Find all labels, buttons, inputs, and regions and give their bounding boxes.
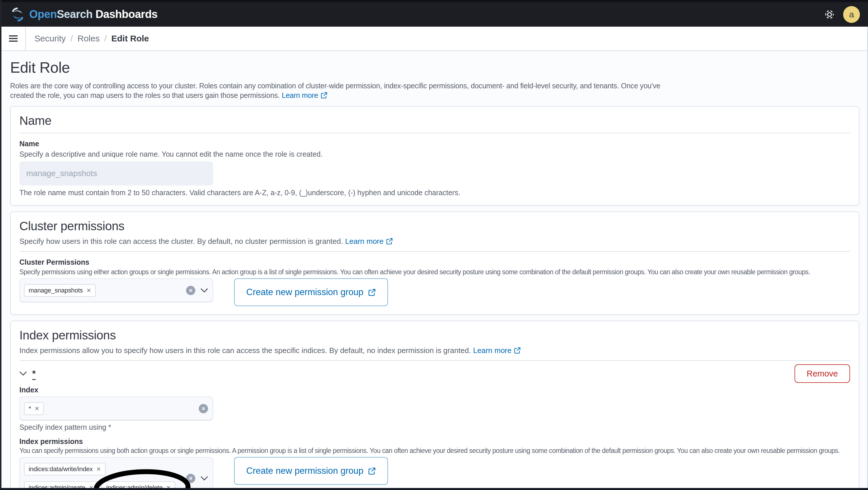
page-title: Edit Role — [10, 59, 859, 76]
app-header: OpenSearchDashboards a — [1, 0, 868, 27]
selected-index-pill: *✕ — [24, 402, 44, 415]
clear-icon: ✕ — [189, 476, 193, 481]
external-link-icon — [368, 467, 376, 475]
remove-index-permission-button[interactable]: Remove — [795, 364, 850, 383]
pill-remove-icon[interactable]: ✕ — [96, 466, 101, 472]
learn-more-link[interactable]: Learn more — [473, 346, 521, 355]
breadcrumb-item-security[interactable]: Security — [34, 34, 66, 44]
user-avatar[interactable]: a — [843, 6, 860, 23]
pill-remove-icon[interactable]: ✕ — [89, 484, 93, 488]
breadcrumb: Security / Roles / Edit Role — [26, 27, 149, 50]
pill-remove-icon[interactable]: ✕ — [86, 287, 91, 294]
index-permissions-label: Index permissions — [20, 437, 850, 446]
pill-remove-icon[interactable]: ✕ — [166, 484, 171, 488]
opensearch-logo: OpenSearchDashboards — [9, 6, 158, 23]
avatar-letter: a — [849, 9, 854, 20]
cluster-permissions-help: Specify permissions using either action … — [20, 268, 850, 276]
clear-icon: ✕ — [202, 406, 206, 411]
cluster-description-text: Specify how users in this role can acces… — [20, 237, 343, 246]
chevron-down-icon[interactable] — [200, 288, 208, 293]
breadcrumb-item-roles[interactable]: Roles — [78, 34, 100, 44]
cluster-panel-title: Cluster permissions — [20, 220, 850, 233]
create-permission-group-button[interactable]: Create new permission group — [234, 457, 388, 485]
name-field-hint: The role name must contain from 2 to 50 … — [20, 189, 850, 197]
divider — [20, 133, 850, 133]
name-field-label: Name — [20, 140, 850, 148]
index-pattern-accordion-toggle[interactable]: * — [20, 368, 36, 379]
menu-button[interactable] — [1, 27, 26, 50]
opensearch-logo-icon — [9, 6, 26, 23]
page-description-text: Roles are the core way of controlling ac… — [10, 82, 660, 99]
pill-remove-icon[interactable]: ✕ — [34, 405, 39, 412]
role-name-input[interactable] — [20, 161, 213, 185]
divider — [20, 360, 850, 361]
index-field-label: Index — [20, 386, 850, 394]
chevron-down-icon[interactable] — [200, 476, 208, 481]
external-link-icon — [386, 238, 393, 245]
index-pattern-combobox[interactable]: *✕ ✕ — [20, 397, 213, 421]
hamburger-icon — [9, 34, 18, 43]
create-permission-group-button[interactable]: Create new permission group — [234, 278, 388, 306]
learn-more-link[interactable]: Learn more — [282, 91, 328, 99]
index-description-text: Index permissions allow you to specify h… — [20, 346, 471, 355]
selected-permission-pill: indices:data/write/index✕ — [24, 463, 105, 475]
selected-permission-pill: indices:admin/delete✕ — [101, 481, 175, 488]
logo-text: OpenSearchDashboards — [29, 8, 158, 21]
breadcrumb-separator: / — [70, 34, 73, 44]
clear-icon: ✕ — [189, 288, 193, 293]
index-panel-description: Index permissions allow you to specify h… — [20, 346, 850, 355]
cluster-permissions-panel: Cluster permissions Specify how users in… — [10, 211, 859, 315]
selected-permission-pill: indices:admin/create✕ — [24, 481, 98, 488]
divider — [20, 251, 850, 252]
cluster-permissions-combobox[interactable]: manage_snapshots✕ ✕ — [20, 278, 213, 302]
cluster-permissions-label: Cluster Permissions — [20, 258, 850, 266]
external-link-icon — [320, 92, 328, 99]
combo-clear-button[interactable]: ✕ — [186, 286, 195, 295]
combo-clear-button[interactable]: ✕ — [199, 404, 208, 413]
cluster-panel-description: Specify how users in this role can acces… — [20, 237, 850, 246]
index-panel-title: Index permissions — [20, 329, 850, 342]
external-link-icon — [514, 347, 521, 354]
index-permissions-combobox[interactable]: indices:data/write/index✕ indices:admin/… — [20, 457, 213, 488]
chevron-down-icon — [20, 371, 27, 376]
selected-permission-pill: manage_snapshots✕ — [24, 284, 96, 297]
learn-more-link[interactable]: Learn more — [345, 237, 393, 246]
breadcrumb-current-edit-role: Edit Role — [112, 34, 149, 44]
index-pattern-hint: Specify index pattern using * — [20, 423, 850, 432]
external-link-icon — [368, 288, 376, 296]
help-ring-icon — [825, 9, 834, 20]
index-permissions-help: You can specify permissions using both a… — [20, 447, 850, 455]
name-panel: Name Name Specify a descriptive and uniq… — [10, 106, 859, 206]
page-content: Edit Role Roles are the core way of cont… — [1, 51, 868, 488]
combo-clear-button[interactable]: ✕ — [186, 474, 195, 483]
breadcrumb-bar: Security / Roles / Edit Role — [1, 27, 868, 51]
index-permissions-panel: Index permissions Index permissions allo… — [10, 321, 859, 488]
index-pattern-link[interactable]: * — [32, 368, 36, 379]
name-panel-title: Name — [20, 114, 850, 127]
page-description: Roles are the core way of controlling ac… — [10, 81, 684, 100]
browser-window: OpenSearchDashboards a Security / Roles … — [0, 0, 868, 490]
breadcrumb-separator: / — [104, 34, 106, 44]
help-menu-button[interactable] — [825, 9, 834, 20]
name-field-help: Specify a descriptive and unique role na… — [20, 150, 850, 158]
